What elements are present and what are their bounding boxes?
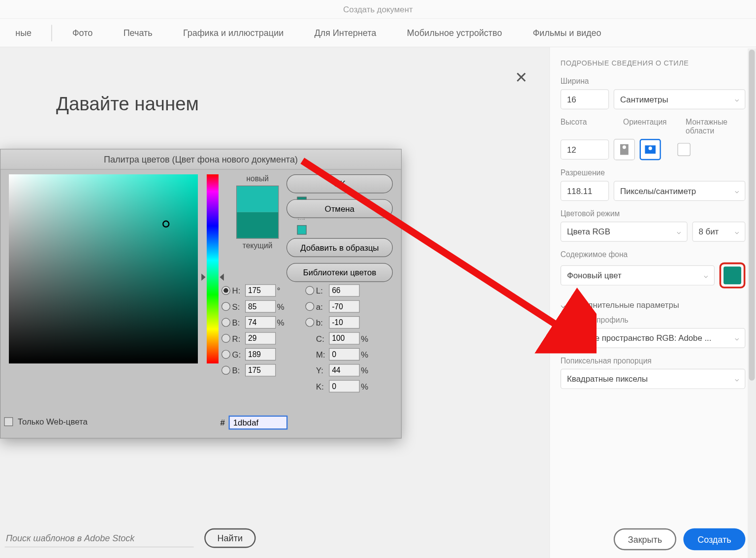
radio-r[interactable] — [221, 334, 230, 343]
create-button[interactable]: Создать — [683, 528, 745, 550]
radio-l[interactable] — [305, 286, 314, 295]
chevron-down-icon: ⌵ — [735, 334, 739, 342]
height-input[interactable] — [561, 139, 609, 160]
bb-input[interactable] — [245, 364, 276, 376]
resolution-units-select[interactable]: Пикселы/сантиметр⌵ — [614, 181, 746, 201]
tab-photo[interactable]: Фото — [60, 19, 106, 46]
chevron-down-icon: ⌵ — [735, 95, 739, 103]
g-input[interactable] — [245, 348, 276, 361]
artboards-checkbox[interactable] — [677, 143, 690, 156]
color-profile-select[interactable]: Рабочее пространство RGB: Adobe ...⌵ — [561, 328, 746, 348]
template-search-input[interactable] — [5, 529, 194, 547]
hue-slider[interactable] — [205, 174, 220, 363]
k-input[interactable] — [329, 380, 359, 393]
hue-pointer-right-icon — [220, 274, 223, 281]
r-input[interactable] — [245, 332, 276, 344]
radio-g[interactable] — [221, 350, 230, 359]
resolution-input[interactable] — [561, 181, 609, 201]
saturation-value-field[interactable] — [9, 174, 198, 363]
web-only-checkbox[interactable] — [4, 417, 13, 426]
orientation-label: Ориентация — [623, 118, 667, 127]
bval-input[interactable] — [245, 316, 276, 328]
color-picker-dialog: Палитра цветов (Цвет фона нового докумен… — [0, 149, 402, 438]
ok-button[interactable]: OK — [286, 174, 393, 193]
page-title: Давайте начнем — [56, 94, 199, 115]
resolution-label: Разрешение — [561, 168, 746, 177]
cancel-button[interactable]: Отмена — [286, 199, 393, 218]
picker-title: Палитра цветов (Цвет фона нового докумен… — [0, 150, 401, 170]
pixel-aspect-select[interactable]: Квадратные пикселы⌵ — [561, 369, 746, 389]
category-tabs: ные Фото Печать Графика и иллюстрации Дл… — [0, 19, 756, 47]
a-input[interactable] — [329, 300, 359, 313]
y-input[interactable] — [329, 364, 359, 376]
orientation-portrait-button[interactable] — [614, 139, 635, 160]
radio-a[interactable] — [305, 302, 314, 311]
m-input[interactable] — [329, 348, 359, 361]
web-only-row: Только Web-цвета — [4, 417, 87, 426]
current-color-swatch[interactable] — [237, 212, 278, 238]
panel-heading: ПОДРОБНЫЕ СВЕДЕНИЯ О СТИЛЕ — [561, 59, 746, 67]
width-input[interactable] — [561, 89, 609, 109]
new-label: новый — [246, 174, 269, 183]
width-label: Ширина — [561, 77, 746, 86]
orientation-landscape-button[interactable] — [640, 139, 661, 160]
c-input[interactable] — [329, 332, 359, 344]
preset-details-panel: ПОДРОБНЫЕ СВЕДЕНИЯ О СТИЛЕ Ширина Сантим… — [549, 47, 756, 558]
advanced-toggle[interactable]: ⌵ Дополнительные параметры — [561, 300, 746, 310]
scrollbar-thumb[interactable] — [749, 50, 755, 381]
tab-web[interactable]: Для Интернета — [301, 19, 389, 46]
bg-content-select[interactable]: Фоновый цвет⌵ — [561, 265, 715, 286]
bit-depth-select[interactable]: 8 бит⌵ — [692, 222, 745, 242]
chevron-down-icon: ⌵ — [561, 300, 566, 310]
window-header: Создать документ — [0, 0, 756, 19]
radio-bb[interactable] — [221, 366, 230, 375]
h-input[interactable] — [245, 284, 276, 296]
sv-cursor-icon — [162, 221, 169, 228]
radio-lab-b[interactable] — [305, 318, 314, 327]
color-values-grid: H:° L: S:% a: B:% b: R: C:% G: M:% B: Y:… — [221, 284, 372, 393]
color-mode-select[interactable]: Цвета RGB⌵ — [561, 222, 688, 242]
chevron-down-icon: ⌵ — [735, 375, 739, 383]
color-profile-label: Цветовой профиль — [561, 316, 746, 325]
find-button[interactable]: Найти — [204, 528, 255, 548]
templates-area: ✕ Давайте начнем Палитра цветов (Цвет фо… — [0, 47, 549, 558]
hex-row: # — [220, 416, 288, 430]
height-label: Высота — [561, 118, 609, 127]
add-swatch-button[interactable]: Добавить в образцы — [286, 238, 393, 257]
hue-pointer-left-icon — [201, 274, 205, 281]
labb-input[interactable] — [329, 316, 359, 328]
new-color-swatch[interactable] — [237, 186, 278, 212]
tab-recent[interactable]: ные — [2, 19, 45, 46]
scrollbar-track[interactable] — [748, 48, 756, 558]
chevron-down-icon: ⌵ — [677, 228, 681, 236]
chevron-down-icon: ⌵ — [735, 187, 739, 195]
color-libraries-button[interactable]: Библиотеки цветов — [286, 263, 393, 282]
radio-b[interactable] — [221, 318, 230, 327]
bg-color-swatch[interactable] — [720, 263, 746, 289]
chevron-down-icon: ⌵ — [735, 228, 739, 236]
s-input[interactable] — [245, 300, 276, 313]
tab-print[interactable]: Печать — [110, 19, 165, 46]
artboards-label: Монтажные области — [686, 118, 745, 135]
close-icon[interactable]: ✕ — [515, 68, 528, 87]
tab-art[interactable]: Графика и иллюстрации — [170, 19, 297, 46]
units-select[interactable]: Сантиметры⌵ — [614, 89, 746, 109]
radio-h[interactable] — [221, 286, 230, 295]
tab-divider — [52, 25, 52, 41]
chevron-down-icon: ⌵ — [704, 271, 708, 280]
bg-content-label: Содержимое фона — [561, 250, 746, 259]
window-title: Создать документ — [343, 4, 412, 14]
color-mode-label: Цветовой режим — [561, 209, 746, 218]
tab-film[interactable]: Фильмы и видео — [520, 19, 614, 46]
close-button[interactable]: Закрыть — [614, 528, 676, 550]
l-input[interactable] — [329, 284, 359, 296]
pixel-aspect-label: Попиксельная пропорция — [561, 357, 746, 365]
hex-input[interactable] — [228, 416, 287, 430]
current-label: текущий — [243, 241, 273, 250]
tab-mobile[interactable]: Мобильное устройство — [394, 19, 515, 46]
web-only-label: Только Web-цвета — [18, 417, 88, 426]
radio-s[interactable] — [221, 302, 230, 311]
